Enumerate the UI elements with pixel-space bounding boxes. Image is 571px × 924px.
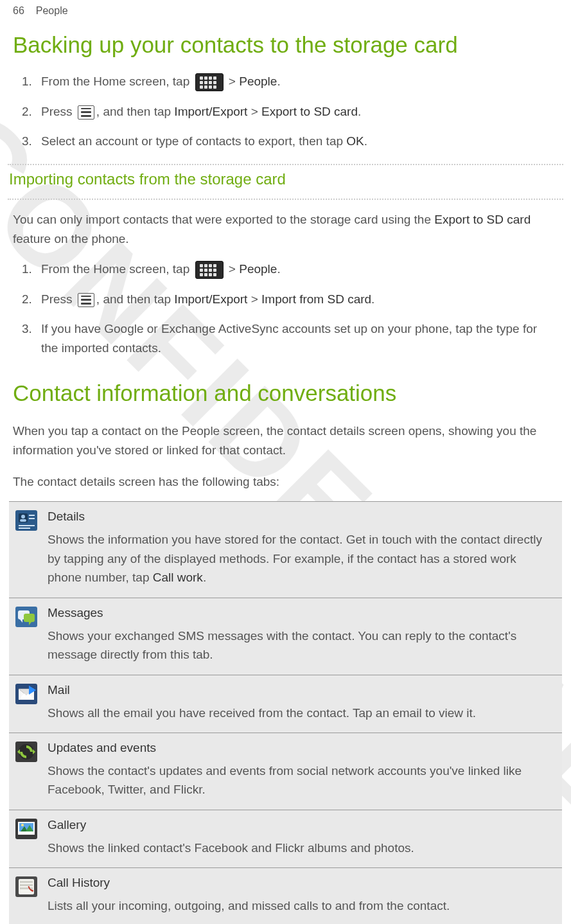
contact-p1: When you tap a contact on the People scr…: [0, 415, 571, 466]
step-text: , and then tap: [96, 105, 175, 118]
export-step-1: From the Home screen, tap > People.: [22, 67, 552, 96]
step-bold: Import/Export: [174, 105, 247, 118]
import-steps: From the Home screen, tap > People. Pres…: [0, 254, 571, 364]
heading-contactinfo: Contact information and conversations: [0, 364, 571, 415]
svg-rect-7: [19, 528, 30, 529]
svg-rect-3: [20, 519, 26, 522]
step-bold: Export to SD card: [261, 105, 358, 118]
text: You can only import contacts that were e…: [13, 213, 434, 226]
tab-title: Call History: [48, 876, 553, 890]
step-bold: OK: [346, 134, 364, 148]
import-step-2: Press , and then tap Import/Export > Imp…: [22, 285, 552, 314]
page-header: 66 People: [0, 0, 571, 21]
tab-icon-cell: [9, 733, 44, 810]
tab-call-row: Call History Lists all your incoming, ou…: [9, 868, 562, 924]
tab-icon-cell: [9, 502, 44, 597]
svg-point-25: [21, 824, 24, 826]
step-bold: Import from SD card: [261, 292, 371, 306]
step-text: >: [247, 292, 261, 306]
gallery-icon: [15, 818, 38, 840]
tab-content: Details Shows the information you have s…: [44, 502, 562, 597]
import-step-1: From the Home screen, tap > People.: [22, 254, 552, 284]
tab-desc: Lists all your incoming, outgoing, and m…: [48, 896, 553, 915]
svg-rect-4: [29, 515, 35, 516]
tab-gallery-row: Gallery Shows the linked contact's Faceb…: [9, 810, 562, 868]
step-text: Select an account or type of contacts to…: [41, 134, 346, 148]
tab-title: Messages: [48, 606, 553, 620]
tab-desc: Shows your exchanged SMS messages with t…: [48, 626, 553, 664]
svg-rect-28: [20, 881, 33, 883]
tab-content: Messages Shows your exchanged SMS messag…: [44, 598, 562, 675]
apps-icon: [195, 261, 224, 279]
tab-content: Gallery Shows the linked contact's Faceb…: [44, 810, 562, 867]
step-text: >: [225, 262, 240, 276]
step-bold: People: [239, 75, 277, 88]
svg-rect-10: [24, 614, 35, 622]
messages-icon: [15, 606, 38, 628]
step-bold: Import/Export: [174, 292, 247, 306]
tab-details-row: Details Shows the information you have s…: [9, 501, 562, 598]
tab-title: Updates and events: [48, 741, 553, 755]
tab-desc: Shows all the email you have received fr…: [48, 704, 553, 722]
menu-icon: [78, 293, 94, 307]
step-text: From the Home screen, tap: [41, 262, 193, 276]
step-text: >: [225, 75, 240, 88]
tab-title: Mail: [48, 683, 553, 697]
mail-icon: [15, 683, 38, 705]
menu-icon: [78, 105, 94, 120]
import-step-3: If you have Google or Exchange ActiveSyn…: [22, 314, 552, 364]
tab-mail-row: Mail Shows all the email you have receiv…: [9, 675, 562, 733]
svg-rect-6: [19, 525, 35, 526]
step-text: >: [247, 105, 261, 118]
heading-backup: Backing up your contacts to the storage …: [0, 21, 571, 67]
step-text: Press: [41, 292, 76, 306]
tab-icon-cell: [9, 810, 44, 867]
updates-icon: [15, 741, 38, 763]
step-text: If you have Google or Exchange ActiveSyn…: [41, 322, 537, 355]
tab-icon-cell: [9, 675, 44, 733]
tab-content: Updates and events Shows the contact's u…: [44, 733, 562, 810]
page-number: 66: [13, 5, 24, 17]
export-steps: From the Home screen, tap > People. Pres…: [0, 67, 571, 156]
step-text: Press: [41, 105, 76, 118]
tabs-table: Details Shows the information you have s…: [9, 501, 562, 924]
tab-title: Gallery: [48, 818, 553, 832]
text-bold: Export to SD card: [434, 213, 531, 226]
import-intro: You can only import contacts that were e…: [0, 204, 571, 254]
tab-desc: Shows the information you have stored fo…: [48, 530, 553, 587]
tab-icon-cell: [9, 868, 44, 924]
tab-updates-row: Updates and events Shows the contact's u…: [9, 733, 562, 810]
export-step-3: Select an account or type of contacts to…: [22, 127, 552, 156]
section-name: People: [36, 5, 68, 17]
text: .: [203, 571, 206, 584]
tab-title: Details: [48, 510, 553, 524]
heading-import: Importing contacts from the storage card: [0, 169, 571, 191]
step-text: .: [277, 75, 280, 88]
svg-rect-29: [20, 884, 33, 886]
details-icon: [15, 510, 38, 531]
tab-desc: Shows the linked contact's Facebook and …: [48, 839, 553, 857]
apps-icon: [195, 73, 224, 91]
export-step-2: Press , and then tap Import/Export > Exp…: [22, 97, 552, 127]
text: feature on the phone.: [13, 232, 129, 245]
text: Shows the information you have stored fo…: [48, 533, 542, 584]
tab-messages-row: Messages Shows your exchanged SMS messag…: [9, 598, 562, 675]
tab-content: Call History Lists all your incoming, ou…: [44, 868, 562, 924]
svg-rect-30: [20, 887, 33, 889]
svg-rect-5: [29, 518, 35, 519]
step-text: , and then tap: [96, 292, 175, 306]
step-bold: People: [239, 262, 277, 276]
step-text: .: [277, 262, 280, 276]
contact-p2: The contact details screen has the follo…: [0, 466, 571, 497]
text-bold: Call work: [153, 571, 203, 584]
separator: [8, 199, 563, 200]
tab-icon-cell: [9, 598, 44, 675]
call-history-icon: [15, 876, 38, 898]
step-text: From the Home screen, tap: [41, 75, 193, 88]
separator: [8, 164, 563, 165]
tab-content: Mail Shows all the email you have receiv…: [44, 675, 562, 733]
step-text: .: [371, 292, 374, 306]
step-text: .: [358, 105, 361, 118]
svg-point-2: [21, 515, 25, 519]
tab-desc: Shows the contact's updates and events f…: [48, 761, 553, 799]
